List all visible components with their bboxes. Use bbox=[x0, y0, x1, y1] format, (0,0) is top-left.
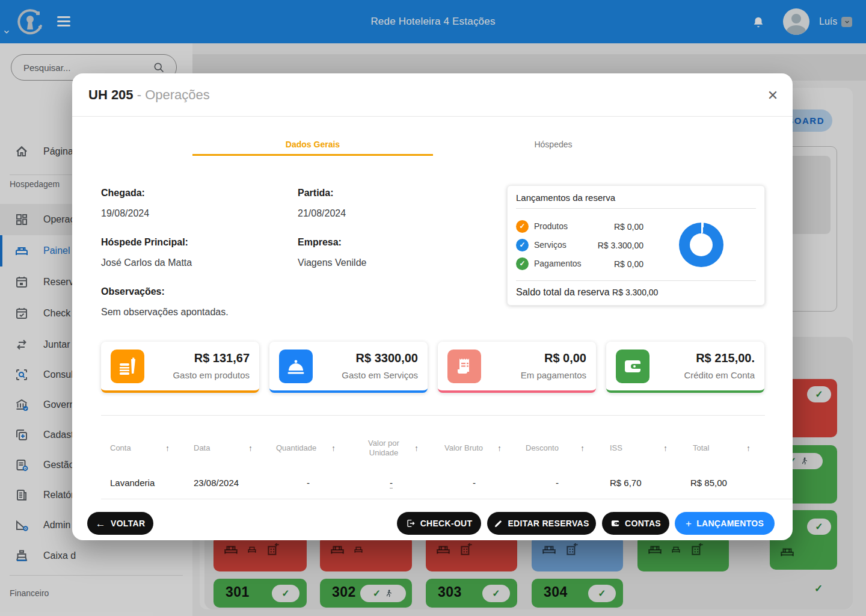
cell-valor-bruto: - bbox=[473, 478, 476, 488]
stat-value: R$ 3300,00 bbox=[356, 351, 418, 365]
summary-label: Serviços bbox=[534, 240, 567, 250]
summary-value: R$ 3.300,00 bbox=[586, 241, 643, 250]
cell-iss: R$ 6,70 bbox=[610, 478, 642, 488]
cell-data: 23/08/2024 bbox=[194, 478, 239, 488]
cell-valor-unidade: - bbox=[390, 478, 393, 488]
editar-reservas-button[interactable]: EDITAR RESERVAS bbox=[487, 512, 596, 535]
divider bbox=[516, 280, 756, 281]
row-divider bbox=[101, 499, 793, 499]
col-header-total: Total bbox=[693, 443, 709, 453]
reservation-donut-chart bbox=[679, 223, 723, 267]
close-icon[interactable]: ✕ bbox=[765, 88, 781, 103]
cell-conta: Lavanderia bbox=[110, 478, 155, 488]
cell-quantidade: - bbox=[307, 478, 310, 488]
stat-card-servicos: R$ 3300,00 Gasto em Serviços bbox=[269, 342, 428, 393]
field-label-empresa: Empresa: bbox=[298, 237, 342, 248]
field-value-partida: 21/08/2024 bbox=[298, 208, 346, 219]
col-header-valor-unidade: Valor por Unidade bbox=[360, 439, 408, 458]
field-value-observacoes: Sem observações apontadas. bbox=[101, 307, 229, 318]
sort-icon[interactable]: ↑ bbox=[580, 443, 585, 453]
cell-desconto: - bbox=[556, 478, 559, 488]
col-header-conta: Conta bbox=[110, 443, 131, 453]
arrow-left-icon: ← bbox=[96, 519, 106, 529]
field-value-hospede: José Carlos da Matta bbox=[101, 257, 192, 268]
field-label-hospede: Hóspede Principal: bbox=[101, 237, 188, 248]
stat-value: R$ 215,00. bbox=[696, 351, 755, 365]
field-value-chegada: 19/08/2024 bbox=[101, 208, 149, 219]
stat-value: R$ 131,67 bbox=[194, 351, 250, 365]
stat-label: Crédito em Conta bbox=[684, 370, 755, 380]
field-label-observacoes: Observações: bbox=[101, 286, 165, 297]
reservation-summary-card: Lançamentos da reserva ✓ Produtos R$ 0,0… bbox=[507, 185, 765, 306]
active-tab-underline bbox=[192, 154, 433, 156]
tab-dados-gerais[interactable]: Dados Gerais bbox=[192, 140, 433, 149]
servicos-badge-icon: ✓ bbox=[516, 239, 529, 251]
col-header-iss: ISS bbox=[610, 443, 622, 453]
logout-icon bbox=[406, 519, 416, 528]
stat-card-credito: R$ 215,00. Crédito em Conta bbox=[606, 342, 764, 393]
stat-value: R$ 0,00 bbox=[544, 351, 586, 365]
summary-title: Lançamentos da reserva bbox=[516, 192, 615, 203]
field-label-partida: Partida: bbox=[298, 188, 334, 199]
stat-label: Gasto em produtos bbox=[173, 370, 250, 380]
fastfood-icon bbox=[111, 350, 144, 383]
cell-total: R$ 85,00 bbox=[690, 478, 727, 488]
sort-icon[interactable]: ↑ bbox=[331, 443, 336, 453]
field-label-chegada: Chegada: bbox=[101, 188, 145, 199]
summary-total: Saldo total da reserva R$ 3.300,00 bbox=[516, 287, 658, 298]
stat-label: Em pagamentos bbox=[521, 370, 586, 380]
col-header-data: Data bbox=[194, 443, 210, 453]
wallet-small-icon bbox=[610, 519, 620, 528]
pencil-icon bbox=[494, 519, 503, 528]
divider bbox=[101, 415, 765, 416]
stat-card-produtos: R$ 131,67 Gasto em produtos bbox=[101, 342, 259, 393]
checkout-button[interactable]: CHECK-OUT bbox=[397, 512, 481, 535]
sort-icon[interactable]: ↑ bbox=[497, 443, 502, 453]
summary-value: R$ 0,00 bbox=[586, 222, 643, 232]
sort-icon[interactable]: ↑ bbox=[746, 443, 751, 453]
stat-label: Gasto em Serviços bbox=[342, 370, 418, 380]
tab-hospedes[interactable]: Hóspedes bbox=[433, 140, 674, 149]
pagamentos-badge-icon: ✓ bbox=[516, 257, 529, 270]
sort-icon[interactable]: ↑ bbox=[248, 443, 253, 453]
stat-card-pagamentos: R$ 0,00 Em pagamentos bbox=[438, 342, 596, 393]
receipt-icon bbox=[447, 350, 481, 383]
lancamentos-button[interactable]: + LANÇAMENTOS bbox=[675, 512, 775, 535]
summary-label: Pagamentos bbox=[534, 259, 582, 268]
voltar-button[interactable]: ← VOLTAR bbox=[87, 512, 153, 535]
room-service-icon bbox=[279, 350, 313, 383]
field-value-empresa: Viagens Venilde bbox=[298, 257, 366, 268]
contas-button[interactable]: CONTAS bbox=[602, 512, 669, 535]
summary-value: R$ 0,00 bbox=[586, 259, 643, 269]
plus-icon: + bbox=[686, 519, 692, 529]
col-header-quantidade: Quantidade bbox=[276, 443, 316, 453]
summary-label: Produtos bbox=[534, 221, 568, 231]
divider bbox=[516, 208, 756, 209]
sort-icon[interactable]: ↑ bbox=[663, 443, 668, 453]
modal-header-divider bbox=[72, 116, 793, 117]
uh-operations-modal: UH 205 - Operações ✕ Dados Gerais Hósped… bbox=[72, 73, 793, 540]
sort-icon[interactable]: ↑ bbox=[165, 443, 170, 453]
wallet-icon bbox=[616, 350, 650, 383]
modal-title: UH 205 - Operações bbox=[88, 87, 210, 103]
col-header-desconto: Desconto bbox=[526, 443, 559, 453]
produtos-badge-icon: ✓ bbox=[516, 220, 529, 233]
col-header-valor-bruto: Valor Bruto bbox=[444, 443, 483, 453]
sort-icon[interactable]: ↑ bbox=[414, 443, 419, 453]
